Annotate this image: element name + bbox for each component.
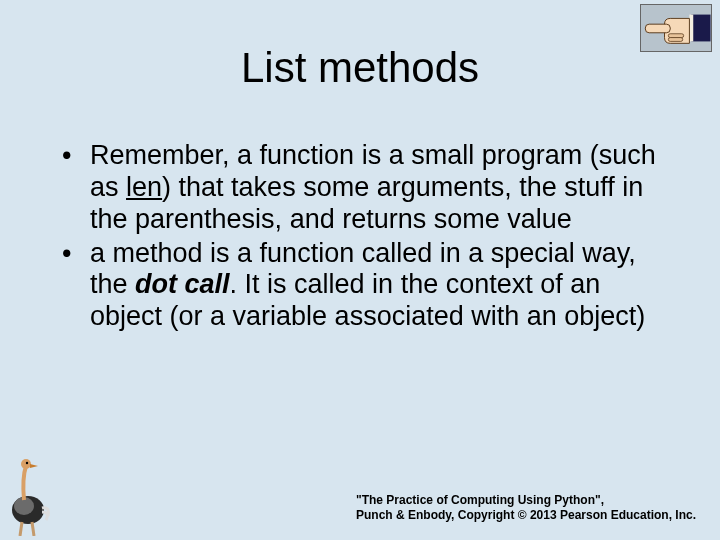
- svg-point-9: [26, 462, 28, 464]
- svg-rect-5: [668, 38, 682, 42]
- term-dot-call: dot call: [135, 269, 230, 299]
- bullet-text: ) that takes some arguments, the stuff i…: [90, 172, 643, 234]
- svg-rect-3: [645, 24, 670, 33]
- footer-line: Punch & Enbody, Copyright © 2013 Pearson…: [356, 508, 696, 522]
- bullet-item: a method is a function called in a speci…: [62, 238, 660, 334]
- slide-footer: "The Practice of Computing Using Python"…: [356, 493, 696, 522]
- bullet-item: Remember, a function is a small program …: [62, 140, 660, 236]
- svg-rect-4: [668, 34, 683, 38]
- slide: List methods Remember, a function is a s…: [0, 0, 720, 540]
- svg-line-10: [20, 522, 22, 536]
- footer-line: "The Practice of Computing Using Python"…: [356, 493, 696, 507]
- function-name-len: len: [126, 172, 162, 202]
- svg-rect-2: [689, 15, 693, 42]
- svg-rect-1: [691, 15, 710, 42]
- svg-line-11: [32, 522, 34, 536]
- slide-body: Remember, a function is a small program …: [62, 140, 660, 335]
- slide-title: List methods: [0, 44, 720, 92]
- ostrich-icon: [4, 456, 52, 536]
- svg-point-8: [21, 459, 31, 469]
